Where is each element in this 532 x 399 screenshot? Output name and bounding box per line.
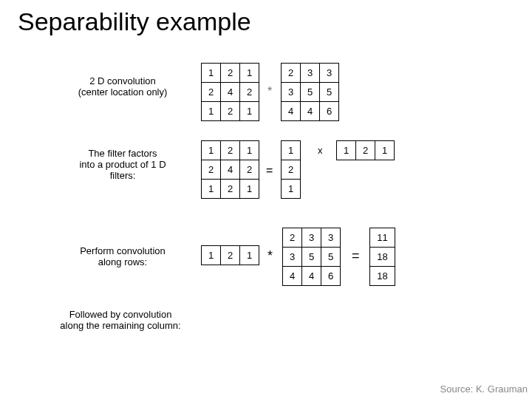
grid-cell: 3 xyxy=(282,83,301,102)
grid-cell: 1 xyxy=(240,141,259,160)
grid-cell: 18 xyxy=(370,248,395,267)
grid-cell: 4 xyxy=(221,160,240,180)
grid-cell: 2 xyxy=(221,64,240,83)
grid-cell: 1 xyxy=(282,180,301,199)
grid-cell: 2 xyxy=(221,180,240,199)
source-credit: Source: K. Grauman xyxy=(440,383,528,395)
label-line: The filter factors xyxy=(64,148,182,159)
times-op: x xyxy=(318,145,323,156)
label-line: along the remaining column: xyxy=(43,320,198,331)
grid-cell: 6 xyxy=(320,102,339,121)
label-rows: Perform convolution along rows: xyxy=(64,245,182,267)
grid-cell: 4 xyxy=(301,102,320,121)
grid-cell: 2 xyxy=(221,102,240,121)
image-3x3-b: 233355446 xyxy=(282,228,341,286)
asterisk-op-1: * xyxy=(267,85,272,98)
equals-op-1: = xyxy=(266,164,273,177)
label-factors: The filter factors into a product of 1 D… xyxy=(64,148,182,181)
label-line: 2 D convolution xyxy=(64,75,182,86)
grid-cell: 2 xyxy=(202,83,221,102)
grid-cell: 3 xyxy=(320,64,339,83)
grid-cell: 4 xyxy=(283,267,302,286)
label-line: Perform convolution xyxy=(64,245,182,256)
grid-cell: 18 xyxy=(370,267,395,286)
grid-cell: 6 xyxy=(321,267,341,286)
grid-cell: 1 xyxy=(337,141,356,160)
grid-cell: 4 xyxy=(282,102,301,121)
label-line: into a product of 1 D xyxy=(64,159,182,170)
grid-cell: 1 xyxy=(282,141,301,160)
grid-cell: 2 xyxy=(283,228,302,248)
grid-cell: 3 xyxy=(302,228,321,248)
grid-cell: 1 xyxy=(375,141,395,160)
grid-cell: 2 xyxy=(240,83,259,102)
label-cols: Followed by convolution along the remain… xyxy=(43,309,198,331)
grid-cell: 4 xyxy=(221,83,240,102)
label-line: filters: xyxy=(64,170,182,181)
grid-cell: 1 xyxy=(202,180,221,199)
grid-cell: 1 xyxy=(240,64,259,83)
grid-cell: 2 xyxy=(356,141,375,160)
kernel-3x3-b: 121242121 xyxy=(201,140,259,199)
grid-cell: 2 xyxy=(282,160,301,180)
equals-op-2: = xyxy=(352,248,360,264)
grid-cell: 4 xyxy=(302,267,321,286)
grid-cell: 1 xyxy=(240,102,259,121)
grid-cell: 3 xyxy=(321,228,341,248)
kernel-3x3-a: 121242121 xyxy=(201,63,259,121)
grid-cell: 1 xyxy=(202,102,221,121)
grid-cell: 1 xyxy=(202,246,221,265)
page-title: Separability example xyxy=(18,7,251,36)
grid-cell: 1 xyxy=(240,246,259,265)
grid-cell: 3 xyxy=(283,248,302,267)
grid-cell: 5 xyxy=(321,248,341,267)
grid-cell: 5 xyxy=(302,248,321,267)
grid-cell: 5 xyxy=(320,83,339,102)
grid-cell: 1 xyxy=(202,64,221,83)
result-col: 111818 xyxy=(369,228,395,286)
grid-cell: 3 xyxy=(301,64,320,83)
label-2d-conv: 2 D convolution (center location only) xyxy=(64,75,182,98)
row-vector-1d-a: 121 xyxy=(336,140,395,160)
grid-cell: 2 xyxy=(282,64,301,83)
grid-cell: 5 xyxy=(301,83,320,102)
grid-cell: 2 xyxy=(221,246,240,265)
grid-cell: 2 xyxy=(240,160,259,180)
grid-cell: 1 xyxy=(202,141,221,160)
grid-cell: 2 xyxy=(202,160,221,180)
label-line: along rows: xyxy=(64,256,182,267)
grid-cell: 2 xyxy=(221,141,240,160)
image-3x3: 233355446 xyxy=(281,63,339,121)
grid-cell: 11 xyxy=(370,228,395,248)
grid-cell: 1 xyxy=(240,180,259,199)
col-vector-1d: 121 xyxy=(281,140,301,199)
label-line: (center location only) xyxy=(64,86,182,98)
label-line: Followed by convolution xyxy=(43,309,198,320)
asterisk-op-2: * xyxy=(267,248,273,264)
row-vector-1d-b: 121 xyxy=(201,245,259,265)
